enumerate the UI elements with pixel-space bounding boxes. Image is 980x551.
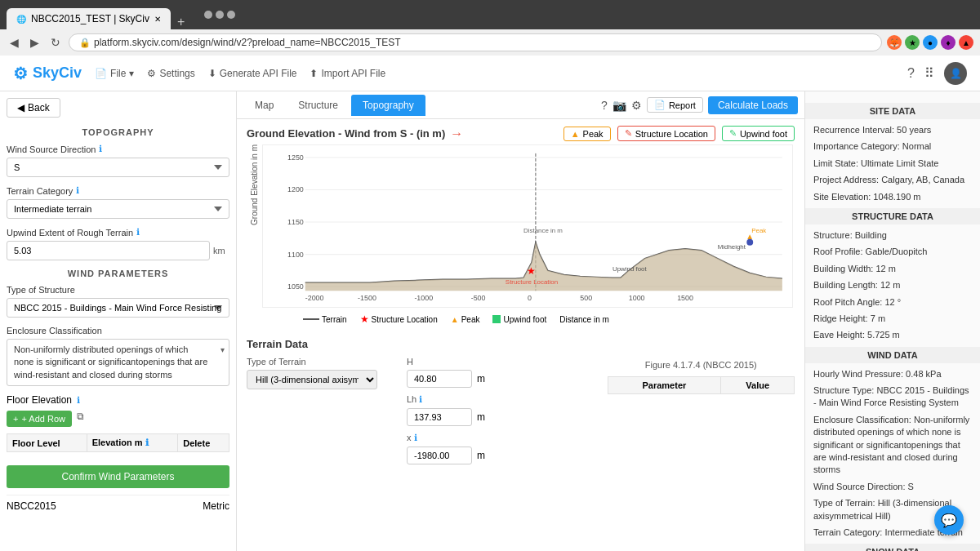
svg-text:1100: 1100 (287, 251, 304, 259)
roof-profile: Roof Profile: Gable/Duopitch (813, 246, 972, 258)
refresh-button[interactable]: ↻ (47, 34, 64, 51)
ext-icon-4: ♦ (941, 35, 956, 50)
lh-label: Lh ℹ (407, 394, 595, 405)
structure-location-legend-button[interactable]: ✎ Structure Location (617, 126, 715, 141)
structure-type: Structure Type: NBCC 2015 - Buildings - … (813, 384, 972, 410)
direction-arrow-icon: → (450, 127, 463, 141)
terrain-data-title: Terrain Data (247, 338, 795, 350)
terrain-category-info-icon[interactable]: ℹ (76, 185, 79, 196)
type-of-structure-select[interactable]: NBCC 2015 - Buildings - Main Wind Force … (7, 298, 229, 318)
x-info-icon[interactable]: ℹ (414, 433, 417, 442)
confirm-wind-parameters-button[interactable]: Confirm Wind Parameters (7, 465, 229, 488)
terrain-type-column: Type of Terrain Hill (3-dimensional axis… (247, 357, 394, 471)
h-label: H (407, 357, 595, 367)
user-avatar[interactable]: 👤 (944, 62, 967, 85)
chart-title-text: Ground Elevation - Wind from S - (in m) (247, 127, 445, 140)
svg-text:1150: 1150 (287, 218, 304, 226)
upwind-extent-row: km (7, 241, 229, 260)
terrain-type-select[interactable]: Hill (3-dimensional axisymmetrical Hill) (247, 370, 377, 389)
upwind-extent-label: Upwind Extent of Rough Terrain ℹ (7, 227, 229, 238)
add-icon: + (13, 414, 18, 424)
param-table-col: Figure 4.1.7.4 (NBCC 2015) Parameter Val… (608, 357, 795, 471)
elevation-info-icon[interactable]: ℹ (145, 438, 149, 447)
tab-structure[interactable]: Structure (287, 95, 350, 116)
lh-row: Lh ℹ m (407, 394, 595, 426)
back-nav-button[interactable]: ◀ (7, 34, 22, 51)
wind-source-label: Wind Source Direction ℹ (7, 144, 229, 154)
report-button[interactable]: 📄 Report (647, 97, 703, 113)
tab-icons: ? 📷 ⚙ 📄 Report Calculate Loads (601, 96, 798, 114)
terrain-category-select[interactable]: Intermediate terrain (7, 199, 229, 219)
lh-info-icon[interactable]: ℹ (419, 394, 422, 404)
terrain-category-label: Terrain Category ℹ (7, 185, 229, 196)
h-input[interactable] (407, 370, 472, 388)
chat-bubble[interactable]: 💬 (934, 505, 964, 535)
help-icon[interactable]: ? (907, 66, 915, 81)
close-tab-icon[interactable]: ✕ (154, 15, 161, 24)
type-of-structure-label: Type of Structure (7, 285, 229, 295)
tab-map[interactable]: Map (243, 95, 285, 116)
lh-input-row: m (407, 408, 595, 426)
legend-distance: Distance in m (559, 315, 609, 324)
import-api-menu[interactable]: ⬆ Import API File (310, 68, 385, 79)
value-col-header: Value (721, 377, 795, 394)
active-tab[interactable]: 🌐 NBCC2015_TEST | SkyCiv ✕ (7, 8, 171, 29)
floor-elevation-info-icon[interactable]: ℹ (77, 395, 80, 406)
peak-icon: ▲ (571, 129, 580, 139)
chart-svg-container: Ground Elevation in m 1250 1200 1150 110… (247, 144, 795, 325)
copy-icon[interactable]: ⧉ (77, 411, 84, 427)
x-input[interactable] (407, 447, 472, 464)
back-arrow-icon: ◀ (17, 102, 24, 113)
upwind-foot-legend-button[interactable]: ✎ Upwind foot (722, 126, 795, 141)
url-text: platform.skyciv.com/design/wind/v2?prelo… (94, 37, 871, 48)
floor-elevation-label: Floor Elevation (7, 394, 72, 406)
structure-label: Structure Location (635, 129, 708, 139)
camera-icon[interactable]: 📷 (612, 99, 626, 112)
calculate-loads-button[interactable]: Calculate Loads (708, 96, 798, 114)
settings-label: Settings (159, 68, 194, 79)
ridge-height: Ridge Height: 7 m (813, 313, 972, 325)
tab-topography[interactable]: Topography (351, 95, 425, 116)
generate-api-menu[interactable]: ⬇ Generate API File (208, 68, 297, 79)
svg-text:1250: 1250 (287, 153, 304, 162)
header-menu: 📄 File ▾ ⚙ Settings ⬇ Generate API File … (95, 68, 385, 79)
file-chevron: ▾ (129, 68, 134, 79)
new-tab-button[interactable]: + (171, 15, 191, 29)
upload-icon: ⬆ (310, 68, 318, 79)
topography-section-title: TOPOGRAPHY (7, 127, 229, 137)
h-input-row: m (407, 370, 595, 388)
file-menu[interactable]: 📄 File ▾ (95, 68, 134, 79)
wind-source-info-icon[interactable]: ℹ (99, 144, 102, 154)
wind-source-select[interactable]: S (7, 158, 229, 177)
forward-nav-button[interactable]: ▶ (27, 34, 42, 51)
svg-text:1000: 1000 (629, 294, 645, 302)
chart-title-row: Ground Elevation - Wind from S - (in m) … (247, 126, 795, 141)
lh-input[interactable] (407, 408, 472, 426)
file-label: File (110, 68, 126, 79)
grid-icon[interactable]: ⠿ (924, 65, 934, 81)
address-bar[interactable]: 🔒 platform.skyciv.com/design/wind/v2?pre… (69, 33, 882, 51)
right-sidebar: SITE DATA Recurrence Interval: 50 years … (804, 91, 980, 551)
back-button[interactable]: ◀ Back (7, 98, 60, 118)
svg-text:1050: 1050 (287, 282, 304, 291)
svg-text:Distance in m: Distance in m (523, 227, 563, 234)
question-icon[interactable]: ? (601, 99, 608, 112)
terrain-section: Terrain Data Type of Terrain Hill (3-dim… (237, 331, 804, 478)
site-data-title: SITE DATA (805, 103, 980, 119)
terrain-grid: Type of Terrain Hill (3-dimensional axis… (247, 357, 795, 471)
upwind-extent-info-icon[interactable]: ℹ (136, 227, 140, 238)
param-table: Parameter Value (608, 376, 795, 394)
chart-title: Ground Elevation - Wind from S - (in m) … (247, 127, 463, 141)
settings-menu[interactable]: ⚙ Settings (147, 68, 194, 79)
peak-legend-button[interactable]: ▲ Peak (564, 127, 611, 141)
add-row-button[interactable]: + + Add Row (7, 411, 72, 427)
enclosure-chevron-icon: ▾ (220, 345, 225, 354)
settings-icon[interactable]: ⚙ (631, 99, 642, 112)
logo: ⚙ SkyCiv (13, 64, 82, 83)
upwind-extent-input[interactable] (7, 241, 210, 260)
settings-icon: ⚙ (147, 68, 156, 79)
x-input-row: m (407, 447, 595, 464)
chart-svg: 1250 1200 1150 1100 1050 -2000 -1500 (262, 144, 793, 308)
svg-text:1200: 1200 (287, 185, 304, 193)
browser-chrome: 🌐 NBCC2015_TEST | SkyCiv ✕ + (0, 0, 980, 29)
